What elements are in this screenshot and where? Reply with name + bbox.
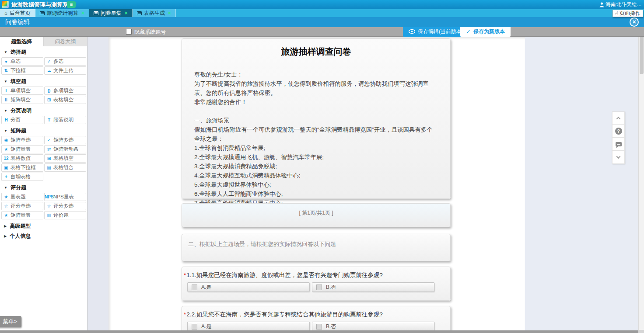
option[interactable]: B.否 xyxy=(312,322,434,331)
question-type-item[interactable]: ()多项填空 xyxy=(44,87,86,95)
question-type-item[interactable]: ☆评分单选 xyxy=(1,202,43,210)
checkbox-icon[interactable] xyxy=(316,324,322,330)
app-header: 旅游数据管理与测算系统 ≡ 海南北斗天绘... xyxy=(0,0,644,9)
question-type-item[interactable]: ●单选 xyxy=(1,57,43,66)
question-type-item[interactable]: T段落说明 xyxy=(44,116,86,124)
group-title: 个人信息 xyxy=(10,232,31,240)
option[interactable]: B.否 xyxy=(312,282,434,292)
hide-system-number-label: 隐藏系统题号 xyxy=(134,27,166,37)
help-button[interactable]: ? xyxy=(612,125,625,138)
save-current-version-button[interactable]: 保存编辑(当前版本) xyxy=(403,26,469,37)
user-account[interactable]: 海南北斗天绘... xyxy=(599,0,641,9)
page-title: 问卷编辑 xyxy=(5,17,30,27)
question-type-icon: + xyxy=(2,174,10,179)
hide-system-number-checkbox[interactable] xyxy=(126,29,132,35)
question-type-icon: ⊞ xyxy=(45,156,53,161)
question-type-icon: ▥ xyxy=(45,213,53,218)
checkbox-icon[interactable] xyxy=(192,324,197,330)
required-mark: * xyxy=(184,311,186,318)
scroll-bottom-button[interactable] xyxy=(612,151,625,164)
editor-header: 问卷编辑 × xyxy=(0,17,644,27)
question-type-item[interactable]: +自增表格 xyxy=(1,173,43,181)
save-new-version-button[interactable]: ✓ 保存为新版本 xyxy=(460,26,511,37)
group-paging[interactable]: ▼ 分页说明 xyxy=(0,106,87,115)
group-rating[interactable]: ▼ 评分题 xyxy=(0,183,87,192)
close-editor-icon[interactable]: × xyxy=(630,17,639,27)
question-card-1[interactable]: *1.1.如果您已经在海南旅游、度假或出差，您是否有兴趣专门购票前往参观? A.… xyxy=(182,267,451,301)
window-tab-bar: ⌂ 后台首页 旅游统计测算 × 问卷星集 × 表格生成 × xyxy=(0,9,644,17)
question-type-item[interactable]: ⊞表格填空 xyxy=(44,154,86,163)
tab-survey-outline[interactable]: 问卷大纲 xyxy=(44,37,88,46)
hand-cursor-icon: ☝ xyxy=(615,10,618,17)
question-type-icon: ⇄ xyxy=(45,147,53,152)
vertical-scrollbar[interactable] xyxy=(638,27,644,330)
eye-icon xyxy=(409,29,415,34)
close-icon[interactable]: × xyxy=(81,10,84,16)
feedback-button[interactable] xyxy=(612,138,625,151)
intro-line: 1.全球首创消费精品常年展; xyxy=(194,143,438,153)
intro-line: 尊敬的先生/女士： xyxy=(194,70,438,79)
question-type-item[interactable]: ▥评价题 xyxy=(44,211,86,219)
intro-line: 2.全球最大规模通用飞机、游艇、智慧汽车常年展; xyxy=(194,153,438,162)
section-title: 二、根据以上主题场景，请根据您的实际情况回答以下问题 xyxy=(182,234,450,248)
question-type-item[interactable]: ★矩阵量表 xyxy=(1,145,43,153)
question-type-item[interactable]: ✓矩阵多选 xyxy=(44,136,86,144)
checkbox-icon[interactable] xyxy=(192,284,197,290)
question-type-icon: NPS xyxy=(45,194,53,199)
question-type-item[interactable]: ▤表格组合 xyxy=(44,163,86,172)
group-choice[interactable]: ▼ 选择题 xyxy=(0,48,87,56)
question-type-item[interactable]: 12表格数值 xyxy=(1,154,43,163)
app-logo-icon xyxy=(2,1,9,8)
survey-intro-card[interactable]: 旅游抽样调查问卷 尊敬的先生/女士：为了不断提高我省的旅游接待水平，使您得到质价… xyxy=(182,38,451,199)
tab-tourism-statistics[interactable]: 旅游统计测算 × xyxy=(35,9,89,17)
question-type-item[interactable]: ★矩阵量表 xyxy=(1,211,43,219)
checkbox-icon[interactable] xyxy=(316,284,322,290)
tab-backend-home[interactable]: ⌂ 后台首页 xyxy=(0,9,35,17)
section-card[interactable]: 二、根据以上主题场景，请根据您的实际情况回答以下问题 xyxy=(182,234,451,261)
tab-question-types[interactable]: 题型选择 xyxy=(0,37,44,46)
chevron-up-icon xyxy=(616,116,621,121)
intro-line: 为了不断提高我省的旅游接待水平，使您得到质价相符的服务，请您协助我们填写这张调查… xyxy=(194,79,438,97)
question-type-item[interactable]: ☆评分多选 xyxy=(44,202,86,210)
close-icon[interactable]: × xyxy=(125,10,128,16)
group-matrix[interactable]: ▼ 矩阵题 xyxy=(0,126,87,135)
option[interactable]: A.是 xyxy=(187,322,310,331)
horizontal-scrollbar[interactable] xyxy=(0,330,644,333)
hamburger-menu-icon[interactable]: ≡ xyxy=(67,1,76,8)
question-type-item[interactable]: ✓多选 xyxy=(44,57,86,66)
question-type-icon: ✓ xyxy=(45,138,53,142)
question-type-item[interactable]: ★量表题 xyxy=(1,193,43,201)
option[interactable]: A.是 xyxy=(187,282,310,292)
question-type-item[interactable]: ⊞表格填空 xyxy=(44,96,86,104)
question-type-item[interactable]: ⇄矩阵滑动条 xyxy=(44,145,86,153)
question-type-item[interactable]: ▣表格下拉框 xyxy=(1,163,43,172)
check-icon: ✓ xyxy=(466,28,471,35)
tab-questionnaire[interactable]: 问卷星集 × xyxy=(89,9,133,17)
monitor-icon xyxy=(137,11,142,15)
question-type-item[interactable]: ☁文件上传 xyxy=(44,66,86,75)
intro-line: 3.全球最大规模消费精品免税城; xyxy=(194,162,438,171)
close-icon[interactable]: × xyxy=(168,10,171,16)
tab-table-generation[interactable]: 表格生成 × xyxy=(133,9,176,17)
canvas-gutter xyxy=(88,37,108,331)
question-type-item[interactable]: H分页 xyxy=(1,116,43,124)
help-icon: ? xyxy=(615,128,622,135)
scrollbar-thumb[interactable] xyxy=(640,35,644,74)
tab-label: 表格生成 xyxy=(144,10,165,17)
question-type-item[interactable]: NPSNPS量表 xyxy=(44,193,86,201)
scroll-top-button[interactable] xyxy=(612,111,625,125)
page-action-button[interactable]: ☝ 页面操作 xyxy=(612,10,643,17)
group-fill-blank[interactable]: ▼ 填空题 xyxy=(0,77,87,86)
question-card-2[interactable]: *2.2.如果您不在海南，您是否有兴趣专程或结合其他旅游目的购票前往参观? A.… xyxy=(182,306,451,331)
group-personal-info[interactable]: ▶ 个人信息 xyxy=(0,232,87,240)
group-advanced[interactable]: ▶ 高级题型 xyxy=(0,222,87,230)
page-indicator-card[interactable]: [ 第1页/共1页 ] xyxy=(182,203,451,227)
question-type-item[interactable]: I单项填空 xyxy=(1,87,43,95)
caret-icon: ▼ xyxy=(4,80,7,83)
question-type-item[interactable]: ⇅下拉框 xyxy=(1,66,43,75)
menu-flyout-button[interactable]: 菜单> xyxy=(0,316,21,327)
question-type-item[interactable]: II矩阵填空 xyxy=(1,96,43,104)
survey-title: 旅游抽样调查问卷 xyxy=(182,46,450,58)
question-type-item[interactable]: ◉矩阵单选 xyxy=(1,136,43,144)
question-type-icon: ● xyxy=(2,59,10,64)
